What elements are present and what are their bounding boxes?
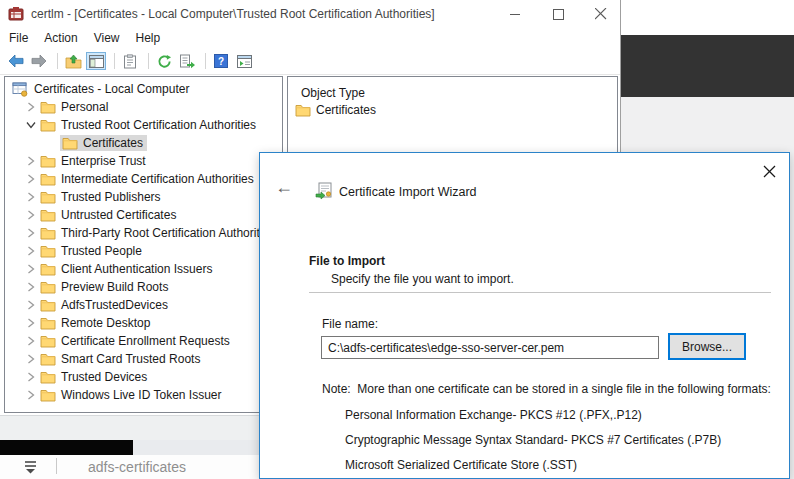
tree-item-label: Trusted Devices [61, 370, 147, 384]
tree-item-untrusted-certificates[interactable]: Untrusted Certificates [5, 206, 282, 224]
certificate-import-wizard-icon [315, 182, 334, 200]
tree-item-label: Smart Card Trusted Roots [61, 352, 200, 366]
note-text: Note: More than one certificate can be s… [322, 382, 771, 396]
divider [56, 458, 57, 474]
chevron-icon[interactable] [24, 298, 38, 312]
tree-item-trusted-devices[interactable]: Trusted Devices [5, 368, 282, 386]
tree-item-label: Certificate Enrollment Requests [61, 334, 230, 348]
tree-item-trusted-publishers[interactable]: Trusted Publishers [5, 188, 282, 206]
tree-item-third-party-root-certification-authorities[interactable]: Third-Party Root Certification Authoriti… [5, 224, 282, 242]
tree-item-label: Certificates [83, 136, 143, 150]
minimize-button[interactable] [504, 4, 526, 24]
chevron-icon[interactable] [24, 352, 38, 366]
folder-icon [40, 281, 56, 294]
dialog-close-icon[interactable] [759, 161, 779, 181]
background-dark-panel [621, 35, 794, 97]
background-black-titlebar-fragment [0, 439, 133, 455]
tree-item-adfstrusteddevices[interactable]: AdfsTrustedDevices [5, 296, 282, 314]
format-sst: Microsoft Serialized Certificate Store (… [345, 458, 577, 472]
chevron-icon[interactable] [24, 100, 38, 114]
certificate-import-wizard-dialog: ← Certificate Import Wizard File to Impo… [259, 152, 790, 479]
tree-item-label: Remote Desktop [61, 316, 150, 330]
chevron-icon[interactable] [24, 280, 38, 294]
chevron-icon[interactable] [24, 154, 38, 168]
tree-item-label: Windows Live ID Token Issuer [61, 388, 222, 402]
format-pkcs7: Cryptographic Message Syntax Standard- P… [345, 433, 721, 447]
toolbar-separator [114, 53, 115, 69]
browse-button[interactable]: Browse... [668, 333, 746, 360]
tree-item-smart-card-trusted-roots[interactable]: Smart Card Trusted Roots [5, 350, 282, 368]
certlm-app-icon [8, 6, 24, 22]
chevron-icon[interactable] [24, 208, 38, 222]
chevron-icon[interactable] [24, 334, 38, 348]
back-icon[interactable] [6, 52, 26, 70]
close-button[interactable] [590, 4, 612, 24]
folder-fragment-label: adfs-certificates [88, 459, 186, 475]
forward-icon[interactable] [29, 52, 49, 70]
chevron-icon[interactable] [24, 244, 38, 258]
tree-item-label: Untrusted Certificates [61, 208, 176, 222]
tree-item-certificates[interactable]: Certificates [5, 134, 282, 152]
new-window-icon[interactable] [234, 52, 254, 70]
tree-item-enterprise-trust[interactable]: Enterprise Trust [5, 152, 282, 170]
tree-item-windows-live-id-token-issuer[interactable]: Windows Live ID Token Issuer [5, 386, 282, 404]
folder-icon [40, 335, 56, 348]
up-folder-icon[interactable] [63, 52, 83, 70]
tree-item-remote-desktop[interactable]: Remote Desktop [5, 314, 282, 332]
tree-item-trusted-people[interactable]: Trusted People [5, 242, 282, 260]
show-console-tree-icon[interactable] [86, 52, 106, 70]
chevron-icon[interactable] [24, 226, 38, 240]
folder-icon [40, 101, 56, 114]
menu-bar: File Action View Help [0, 28, 620, 48]
refresh-icon[interactable] [154, 52, 174, 70]
chevron-icon[interactable] [24, 316, 38, 330]
maximize-button[interactable] [547, 4, 569, 24]
wizard-back-arrow-icon[interactable]: ← [275, 177, 293, 198]
tree-item-label: Trusted Root Certification Authorities [61, 118, 256, 132]
results-item-certificates[interactable]: Certificates [295, 103, 376, 117]
file-name-label: File name: [322, 317, 378, 331]
tree-item-certificate-enrollment-requests[interactable]: Certificate Enrollment Requests [5, 332, 282, 350]
tree-item-label: Certificates - Local Computer [34, 82, 189, 96]
tree-item-label: Personal [61, 100, 108, 114]
tree-item-preview-build-roots[interactable]: Preview Build Roots [5, 278, 282, 296]
folder-icon [40, 209, 56, 222]
tree-item-label: Intermediate Certification Authorities [61, 172, 254, 186]
folder-icon [40, 299, 56, 312]
folder-icon [295, 104, 311, 117]
tree-item-label: Third-Party Root Certification Authoriti… [61, 226, 275, 240]
svg-text:?: ? [218, 56, 224, 67]
tree-item-label: Trusted People [61, 244, 142, 258]
export-list-icon[interactable] [177, 52, 197, 70]
chevron-icon[interactable] [24, 118, 38, 132]
menu-action[interactable]: Action [44, 31, 77, 45]
column-header-object-type[interactable]: Object Type [301, 86, 365, 100]
menu-view[interactable]: View [94, 31, 120, 45]
section-divider [309, 292, 771, 293]
folder-icon [40, 263, 56, 276]
folder-icon [62, 137, 78, 150]
tree-item-client-authentication-issuers[interactable]: Client Authentication Issuers [5, 260, 282, 278]
toolbar-separator [148, 53, 149, 69]
tree-item-label: AdfsTrustedDevices [61, 298, 168, 312]
tree-item-personal[interactable]: Personal [5, 98, 282, 116]
file-name-input[interactable] [321, 336, 659, 359]
toolbar-separator [205, 53, 206, 69]
tree-item-label: Enterprise Trust [61, 154, 146, 168]
help-icon[interactable]: ? [211, 52, 231, 70]
paste-icon[interactable] [120, 52, 140, 70]
chevron-icon[interactable] [24, 370, 38, 384]
chevron-icon[interactable] [24, 172, 38, 186]
chevron-icon[interactable] [24, 190, 38, 204]
menu-help[interactable]: Help [136, 31, 161, 45]
tree-item-root[interactable]: Certificates - Local Computer [5, 80, 282, 98]
menu-file[interactable]: File [9, 31, 28, 45]
sort-filter-icon[interactable] [22, 459, 44, 474]
certificates-root-icon [12, 82, 29, 97]
tree-item-intermediate-certification-authorities[interactable]: Intermediate Certification Authorities [5, 170, 282, 188]
chevron-icon[interactable] [24, 262, 38, 276]
folder-icon [40, 371, 56, 384]
console-tree-pane: Certificates - Local Computer Personal T… [4, 76, 283, 413]
tree-item-trusted-root-certification-authorities[interactable]: Trusted Root Certification Authorities [5, 116, 282, 134]
chevron-icon[interactable] [24, 388, 38, 402]
